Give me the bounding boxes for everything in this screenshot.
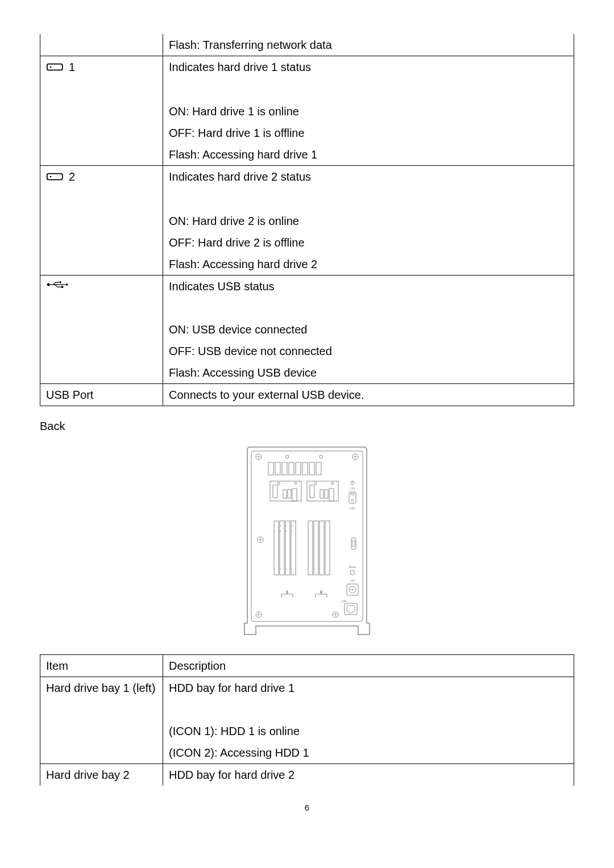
- svg-rect-56: [308, 521, 313, 575]
- svg-rect-52: [291, 521, 296, 575]
- svg-rect-18: [275, 462, 280, 475]
- svg-point-67: [352, 589, 354, 591]
- svg-rect-59: [325, 521, 330, 575]
- svg-rect-20: [289, 462, 294, 475]
- table2-header-desc: Description: [163, 655, 574, 677]
- desc-cell: ON: Hard drive 2 is online: [163, 210, 574, 232]
- svg-rect-65: [347, 584, 358, 595]
- svg-point-44: [351, 499, 354, 502]
- svg-point-35: [331, 482, 334, 485]
- icon-cell: [40, 34, 163, 56]
- usb-icon-cell: [40, 276, 163, 298]
- desc-cell: Flash: Accessing hard drive 1: [163, 144, 574, 166]
- desc-cell: Flash: Accessing hard drive 2: [163, 253, 574, 276]
- svg-rect-61: [352, 541, 355, 546]
- svg-point-3: [50, 176, 52, 178]
- usb-icon: [46, 279, 70, 290]
- hdd1-icon: 1: [46, 59, 75, 76]
- svg-rect-23: [309, 462, 314, 475]
- back-panel-table: Item Description Hard drive bay 1 (left)…: [40, 654, 574, 786]
- hdd1-icon-cell: 1: [40, 56, 163, 80]
- desc-cell: OFF: Hard drive 2 is offline: [163, 232, 574, 253]
- svg-rect-60: [351, 538, 356, 549]
- svg-point-1: [50, 66, 52, 68]
- svg-rect-50: [280, 521, 284, 575]
- svg-rect-57: [314, 521, 318, 575]
- svg-text:ON: ON: [350, 487, 355, 490]
- svg-rect-21: [296, 462, 301, 475]
- table2-header-item: Item: [40, 655, 163, 677]
- svg-rect-24: [316, 462, 321, 475]
- hdd2-icon: 2: [46, 168, 75, 185]
- page-number: 6: [40, 803, 574, 812]
- desc-cell: Flash: Transferring network data: [163, 34, 574, 56]
- svg-point-12: [285, 455, 289, 458]
- hdd2-icon-cell: 2: [40, 166, 163, 189]
- indicator-table-1: Flash: Transferring network data 1 Indic…: [40, 34, 574, 406]
- desc-cell: Connects to your external USB device.: [163, 384, 574, 406]
- svg-text:Reset: Reset: [349, 565, 356, 569]
- svg-rect-33: [310, 485, 314, 498]
- svg-rect-30: [288, 490, 291, 498]
- svg-rect-36: [320, 490, 323, 498]
- table2-desc: HDD bay for hard drive 2: [163, 764, 574, 786]
- svg-rect-7: [61, 286, 63, 288]
- svg-rect-19: [282, 462, 287, 475]
- table2-desc: HDD bay for hard drive 1: [163, 677, 574, 699]
- svg-rect-51: [285, 521, 290, 575]
- svg-text:1: 1: [286, 590, 288, 594]
- svg-rect-0: [47, 64, 63, 70]
- svg-rect-29: [283, 490, 287, 498]
- back-heading: Back: [40, 420, 574, 433]
- back-panel-diagram: ON OFF Reset 12V: [40, 444, 574, 637]
- svg-point-6: [60, 281, 61, 283]
- svg-text:2: 2: [320, 590, 322, 594]
- desc-cell: ON: USB device connected: [163, 319, 574, 340]
- usb-port-label: USB Port: [40, 384, 163, 406]
- desc-cell: Indicates hard drive 2 status: [163, 166, 574, 189]
- svg-point-28: [294, 482, 297, 485]
- svg-rect-8: [251, 451, 363, 621]
- svg-rect-31: [292, 489, 297, 501]
- svg-rect-26: [273, 485, 277, 498]
- table2-item: Hard drive bay 1 (left): [40, 677, 163, 699]
- svg-text:LAN: LAN: [341, 599, 347, 603]
- svg-text:12V: 12V: [350, 579, 356, 582]
- desc-cell: Flash: Accessing USB device: [163, 362, 574, 384]
- svg-rect-22: [302, 462, 308, 475]
- hdd2-number: 2: [69, 168, 75, 185]
- desc-cell: Indicates USB status: [163, 276, 574, 298]
- svg-rect-58: [320, 521, 324, 575]
- desc-cell: OFF: USB device not connected: [163, 340, 574, 362]
- svg-point-34: [314, 482, 317, 485]
- desc-cell: Indicates hard drive 1 status: [163, 56, 574, 80]
- svg-point-66: [349, 586, 356, 593]
- desc-cell: OFF: Hard drive 1 is offline: [163, 122, 574, 144]
- svg-rect-43: [351, 493, 354, 495]
- hdd1-number: 1: [69, 59, 75, 76]
- table2-desc: (ICON 2): Accessing HDD 1: [163, 742, 574, 764]
- svg-point-27: [277, 482, 280, 485]
- svg-text:OFF: OFF: [350, 507, 355, 510]
- svg-rect-2: [47, 174, 63, 180]
- svg-point-63: [350, 570, 355, 575]
- svg-rect-49: [274, 521, 279, 575]
- svg-point-13: [320, 455, 323, 458]
- svg-rect-37: [325, 490, 328, 498]
- desc-cell: ON: Hard drive 1 is online: [163, 101, 574, 122]
- svg-rect-38: [329, 489, 334, 501]
- table2-item: Hard drive bay 2: [40, 764, 163, 786]
- svg-rect-17: [268, 462, 273, 475]
- table2-desc: (ICON 1): HDD 1 is online: [163, 720, 574, 742]
